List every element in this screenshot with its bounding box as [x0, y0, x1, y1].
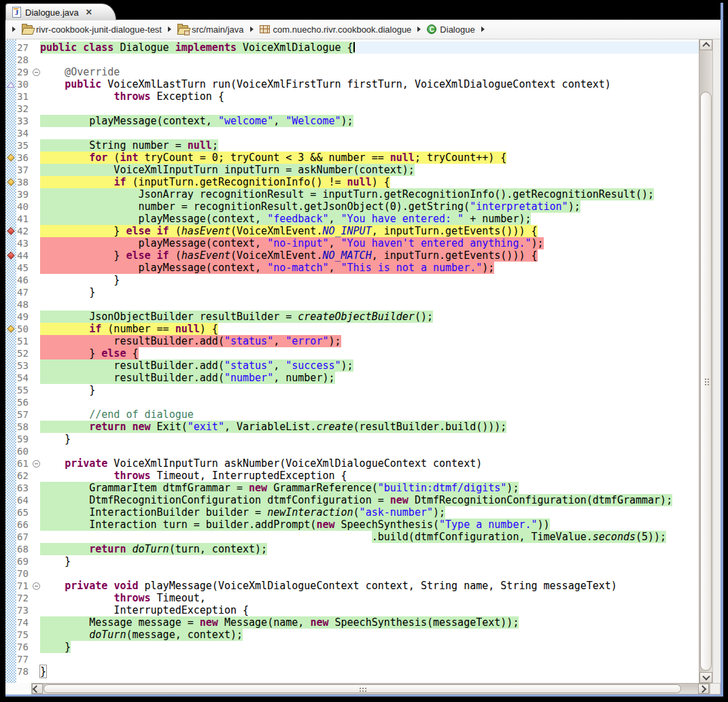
code-line[interactable]: 54 resultBuilder.add("number", number);: [5, 372, 699, 384]
code-line[interactable]: 47 }: [5, 286, 699, 298]
editor-body[interactable]: 27public class Dialogue implements Voice…: [5, 39, 699, 683]
code-text: JsonObjectBuilder resultBuilder = create…: [40, 311, 699, 323]
code-text: for (int tryCount = 0; tryCount < 3 && n…: [40, 152, 699, 164]
code-line[interactable]: 58 return new Exit("exit", VariableList.…: [5, 421, 699, 433]
code-line[interactable]: 42 } else if (hasEvent(VoiceXmlEvent.NO_…: [5, 225, 699, 237]
red-diamond-marker-icon[interactable]: [5, 253, 16, 258]
code-line[interactable]: 30 public VoiceXmlLastTurn run(VoiceXmlF…: [5, 78, 699, 90]
vertical-scrollbar-thumb[interactable]: [700, 92, 712, 671]
code-line[interactable]: 31 throws Exception {: [5, 90, 699, 103]
code-line[interactable]: 37 VoiceXmlInputTurn inputTurn = askNumb…: [5, 164, 699, 176]
code-line[interactable]: 61 private VoiceXmlInputTurn askNumber(V…: [5, 457, 699, 470]
yellow-diamond-marker-icon[interactable]: [5, 155, 16, 160]
breadcrumb-item[interactable]: src/main/java: [177, 24, 244, 35]
code-line[interactable]: 35 String number = null;: [5, 139, 699, 152]
code-line[interactable]: 78}: [5, 665, 699, 678]
code-line[interactable]: 69 }: [5, 555, 699, 567]
code-line[interactable]: 32: [5, 103, 699, 115]
fold-collapse-icon[interactable]: [32, 457, 40, 470]
line-number: 37: [16, 164, 32, 176]
scroll-down-button[interactable]: [699, 672, 712, 683]
yellow-diamond-marker-icon[interactable]: [5, 179, 16, 185]
code-text: } else if (hasEvent(VoiceXmlEvent.NO_INP…: [40, 225, 699, 237]
fold-gutter: [32, 543, 40, 555]
code-line[interactable]: 77: [5, 653, 699, 665]
code-line[interactable]: 59 }: [5, 433, 699, 445]
code-line[interactable]: 57 //end of dialogue: [5, 408, 699, 421]
fold-gutter: [32, 470, 40, 482]
code-line[interactable]: 36 for (int tryCount = 0; tryCount < 3 &…: [5, 152, 699, 164]
code-line[interactable]: 63 GrammarItem dtmfGrammar = new Grammar…: [5, 482, 699, 494]
fold-gutter: [32, 286, 40, 298]
code-line[interactable]: 39 JsonArray recognitionResult = inputTu…: [5, 188, 699, 200]
horizontal-scrollbar-thumb[interactable]: [44, 684, 681, 693]
code-line[interactable]: 28: [5, 54, 699, 66]
code-line[interactable]: 51 resultBuilder.add("status", "error");: [5, 335, 699, 347]
code-line[interactable]: 46 }: [5, 274, 699, 286]
scroll-left-button[interactable]: [32, 684, 43, 694]
code-line[interactable]: 76 }: [5, 641, 699, 653]
code-line[interactable]: 43 playMessage(context, "no-input", "You…: [5, 237, 699, 249]
horizontal-scrollbar[interactable]: [31, 683, 710, 695]
code-line[interactable]: 53 resultBuilder.add("status", "success"…: [5, 359, 699, 372]
fold-gutter: [32, 408, 40, 421]
code-line[interactable]: 50 if (number == null) {: [5, 323, 699, 335]
fold-gutter: [32, 54, 40, 66]
code-line[interactable]: 73 InterruptedException {: [5, 604, 699, 616]
code-text: @Override: [40, 66, 699, 78]
code-line[interactable]: 66 Interaction turn = builder.addPrompt(…: [5, 519, 699, 531]
close-icon[interactable]: ✕: [86, 9, 92, 16]
tab-dialogue-java[interactable]: J Dialogue.java ✕: [5, 3, 116, 20]
code-line[interactable]: 74 Message message = new Message(name, n…: [5, 616, 699, 629]
code-line[interactable]: 65 InteractionBuilder builder = newInter…: [5, 506, 699, 519]
red-diamond-marker-icon[interactable]: [5, 228, 16, 234]
code-line[interactable]: 72 throws Timeout,: [5, 592, 699, 604]
code-line[interactable]: 52 } else {: [5, 347, 699, 359]
code-line[interactable]: 68 return doTurn(turn, context);: [5, 543, 699, 555]
code-line[interactable]: 41 playMessage(context, "feedback", "You…: [5, 213, 699, 225]
code-line[interactable]: 38 if (inputTurn.getRecognitionInfo() !=…: [5, 176, 699, 188]
fold-gutter: [32, 445, 40, 457]
chevron-down-icon: [702, 673, 710, 680]
override-marker-icon[interactable]: [5, 82, 16, 88]
code-line[interactable]: 27public class Dialogue implements Voice…: [5, 41, 699, 54]
code-line[interactable]: 60: [5, 445, 699, 457]
code-line[interactable]: 67 .build(dtmfConfiguration, TimeValue.s…: [5, 531, 699, 543]
code-line[interactable]: 48: [5, 298, 699, 311]
code-line[interactable]: 70: [5, 567, 699, 580]
code-line[interactable]: 33 playMessage(context, "welcome", "Welc…: [5, 115, 699, 127]
code-line[interactable]: 44 } else if (hasEvent(VoiceXmlEvent.NO_…: [5, 249, 699, 262]
breadcrumb-item[interactable]: CDialogue: [427, 24, 474, 35]
project-folder-icon: [22, 25, 33, 34]
vertical-scrollbar[interactable]: [699, 39, 712, 683]
fold-collapse-icon[interactable]: [32, 580, 40, 592]
fold-collapse-icon[interactable]: [32, 66, 40, 78]
line-number: 67: [16, 531, 32, 543]
code-line[interactable]: 49 JsonObjectBuilder resultBuilder = cre…: [5, 311, 699, 323]
code-text: }: [40, 555, 699, 567]
breadcrumb: rivr-cookbook-junit-dialogue-testsrc/mai…: [5, 20, 721, 39]
code-line[interactable]: 34: [5, 127, 699, 139]
breadcrumb-expand-icon[interactable]: [12, 27, 16, 32]
fold-gutter: [32, 604, 40, 616]
code-line[interactable]: 56: [5, 396, 699, 408]
fold-gutter: [32, 433, 40, 445]
fold-gutter: [32, 152, 40, 164]
yellow-diamond-marker-icon[interactable]: [5, 326, 16, 332]
scroll-up-button[interactable]: [699, 39, 712, 50]
scroll-right-button[interactable]: [698, 684, 709, 694]
breadcrumb-item[interactable]: com.nuecho.rivr.cookbook.dialogue: [260, 24, 412, 35]
code-line[interactable]: 55 }: [5, 384, 699, 396]
code-line[interactable]: 40 number = recognitionResult.getJsonObj…: [5, 200, 699, 213]
chevron-left-icon: [33, 685, 40, 692]
code-line[interactable]: 29 @Override: [5, 66, 699, 78]
code-text: return new Exit("exit", VariableList.cre…: [40, 421, 699, 433]
code-line[interactable]: 64 DtmfRecognitionConfiguration dtmfConf…: [5, 494, 699, 506]
code-line[interactable]: 71 private void playMessage(VoiceXmlDial…: [5, 580, 699, 592]
breadcrumb-item[interactable]: rivr-cookbook-junit-dialogue-test: [22, 24, 162, 35]
code-line[interactable]: 75 doTurn(message, context);: [5, 629, 699, 641]
code-line[interactable]: 45 playMessage(context, "no-match", "Thi…: [5, 262, 699, 274]
code-line[interactable]: 62 throws Timeout, InterruptedException …: [5, 470, 699, 482]
code-text: playMessage(context, "no-input", "You ha…: [40, 237, 699, 249]
line-number: 58: [16, 421, 32, 433]
